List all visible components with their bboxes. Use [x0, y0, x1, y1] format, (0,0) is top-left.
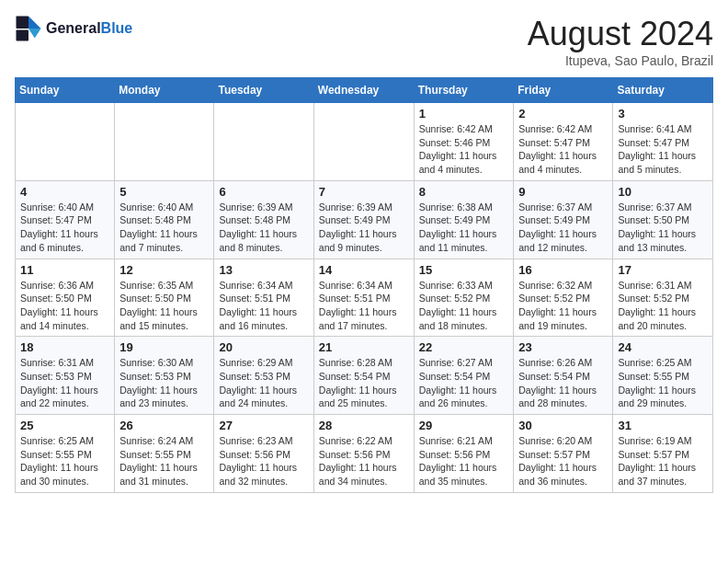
calendar-cell: 20Sunrise: 6:29 AMSunset: 5:53 PMDayligh… — [214, 337, 313, 415]
day-number: 18 — [20, 340, 109, 354]
calendar-week-row: 25Sunrise: 6:25 AMSunset: 5:55 PMDayligh… — [16, 415, 713, 493]
svg-rect-3 — [17, 30, 29, 41]
day-number: 10 — [618, 185, 708, 199]
day-header-thursday: Thursday — [414, 78, 514, 103]
logo-icon — [15, 15, 42, 42]
day-info: Sunrise: 6:42 AMSunset: 5:47 PMDaylight:… — [518, 122, 608, 177]
day-info: Sunrise: 6:24 AMSunset: 5:55 PMDaylight:… — [119, 434, 209, 488]
calendar-cell — [115, 103, 214, 181]
day-header-friday: Friday — [514, 78, 613, 103]
calendar-cell: 7Sunrise: 6:39 AMSunset: 5:49 PMDaylight… — [313, 180, 414, 259]
day-header-tuesday: Tuesday — [214, 78, 313, 103]
svg-marker-0 — [28, 17, 41, 29]
day-number: 31 — [618, 419, 708, 432]
day-info: Sunrise: 6:35 AMSunset: 5:50 PMDaylight:… — [119, 279, 209, 333]
day-number: 16 — [518, 263, 608, 277]
calendar-cell: 6Sunrise: 6:39 AMSunset: 5:48 PMDaylight… — [214, 180, 313, 259]
day-info: Sunrise: 6:26 AMSunset: 5:54 PMDaylight:… — [518, 356, 608, 410]
calendar-cell: 10Sunrise: 6:37 AMSunset: 5:50 PMDayligh… — [613, 180, 713, 259]
calendar-cell: 24Sunrise: 6:25 AMSunset: 5:55 PMDayligh… — [613, 337, 713, 415]
day-info: Sunrise: 6:38 AMSunset: 5:49 PMDaylight:… — [419, 201, 509, 255]
day-info: Sunrise: 6:42 AMSunset: 5:46 PMDaylight:… — [419, 122, 509, 177]
day-number: 11 — [20, 263, 109, 277]
calendar-table: SundayMondayTuesdayWednesdayThursdayFrid… — [15, 77, 713, 493]
calendar-cell: 8Sunrise: 6:38 AMSunset: 5:49 PMDaylight… — [414, 180, 514, 259]
day-header-saturday: Saturday — [613, 78, 713, 103]
day-number: 3 — [618, 107, 708, 121]
calendar-cell: 19Sunrise: 6:30 AMSunset: 5:53 PMDayligh… — [115, 337, 214, 415]
calendar-cell: 4Sunrise: 6:40 AMSunset: 5:47 PMDaylight… — [16, 180, 115, 259]
day-info: Sunrise: 6:19 AMSunset: 5:57 PMDaylight:… — [618, 434, 708, 488]
day-number: 1 — [419, 107, 509, 121]
day-number: 9 — [518, 185, 608, 199]
day-number: 15 — [419, 263, 509, 277]
svg-marker-1 — [28, 29, 41, 39]
day-info: Sunrise: 6:37 AMSunset: 5:49 PMDaylight:… — [518, 201, 608, 255]
day-number: 12 — [119, 263, 209, 277]
day-header-sunday: Sunday — [16, 78, 115, 103]
calendar-cell: 21Sunrise: 6:28 AMSunset: 5:54 PMDayligh… — [313, 337, 414, 415]
day-number: 26 — [119, 419, 209, 432]
calendar-cell: 31Sunrise: 6:19 AMSunset: 5:57 PMDayligh… — [613, 415, 713, 493]
calendar-cell: 11Sunrise: 6:36 AMSunset: 5:50 PMDayligh… — [16, 259, 115, 337]
day-info: Sunrise: 6:21 AMSunset: 5:56 PMDaylight:… — [419, 434, 509, 488]
day-number: 20 — [219, 340, 308, 354]
calendar-cell: 13Sunrise: 6:34 AMSunset: 5:51 PMDayligh… — [214, 259, 313, 337]
svg-rect-2 — [17, 17, 29, 29]
day-info: Sunrise: 6:36 AMSunset: 5:50 PMDaylight:… — [20, 279, 109, 333]
logo-text: GeneralBlue — [46, 20, 132, 37]
calendar-cell: 2Sunrise: 6:42 AMSunset: 5:47 PMDaylight… — [514, 103, 613, 181]
calendar-cell: 23Sunrise: 6:26 AMSunset: 5:54 PMDayligh… — [514, 337, 613, 415]
day-number: 2 — [518, 107, 608, 121]
day-number: 24 — [618, 340, 708, 354]
day-info: Sunrise: 6:40 AMSunset: 5:48 PMDaylight:… — [119, 201, 209, 255]
day-info: Sunrise: 6:31 AMSunset: 5:52 PMDaylight:… — [618, 279, 708, 333]
calendar-week-row: 1Sunrise: 6:42 AMSunset: 5:46 PMDaylight… — [16, 103, 713, 181]
day-number: 21 — [319, 340, 409, 354]
day-number: 8 — [419, 185, 509, 199]
calendar-cell: 17Sunrise: 6:31 AMSunset: 5:52 PMDayligh… — [613, 259, 713, 337]
calendar-cell: 27Sunrise: 6:23 AMSunset: 5:56 PMDayligh… — [214, 415, 313, 493]
day-number: 25 — [20, 419, 109, 432]
calendar-cell: 15Sunrise: 6:33 AMSunset: 5:52 PMDayligh… — [414, 259, 514, 337]
day-info: Sunrise: 6:33 AMSunset: 5:52 PMDaylight:… — [419, 279, 509, 333]
day-info: Sunrise: 6:23 AMSunset: 5:56 PMDaylight:… — [219, 434, 308, 488]
calendar-cell: 1Sunrise: 6:42 AMSunset: 5:46 PMDaylight… — [414, 103, 514, 181]
calendar-cell: 16Sunrise: 6:32 AMSunset: 5:52 PMDayligh… — [514, 259, 613, 337]
day-info: Sunrise: 6:27 AMSunset: 5:54 PMDaylight:… — [419, 356, 509, 410]
calendar-cell: 12Sunrise: 6:35 AMSunset: 5:50 PMDayligh… — [115, 259, 214, 337]
page-header: GeneralBlue August 2024 Itupeva, Sao Pau… — [15, 15, 713, 68]
day-number: 6 — [219, 185, 308, 199]
calendar-week-row: 4Sunrise: 6:40 AMSunset: 5:47 PMDaylight… — [16, 180, 713, 259]
day-info: Sunrise: 6:22 AMSunset: 5:56 PMDaylight:… — [319, 434, 409, 488]
day-info: Sunrise: 6:39 AMSunset: 5:48 PMDaylight:… — [219, 201, 308, 255]
calendar-cell: 30Sunrise: 6:20 AMSunset: 5:57 PMDayligh… — [514, 415, 613, 493]
calendar-header-row: SundayMondayTuesdayWednesdayThursdayFrid… — [16, 78, 713, 103]
calendar-cell — [214, 103, 313, 181]
day-info: Sunrise: 6:25 AMSunset: 5:55 PMDaylight:… — [20, 434, 109, 488]
calendar-cell: 5Sunrise: 6:40 AMSunset: 5:48 PMDaylight… — [115, 180, 214, 259]
day-info: Sunrise: 6:34 AMSunset: 5:51 PMDaylight:… — [319, 279, 409, 333]
title-block: August 2024 Itupeva, Sao Paulo, Brazil — [528, 15, 713, 68]
day-number: 27 — [219, 419, 308, 432]
calendar-cell: 29Sunrise: 6:21 AMSunset: 5:56 PMDayligh… — [414, 415, 514, 493]
month-year-title: August 2024 — [528, 15, 713, 53]
day-info: Sunrise: 6:32 AMSunset: 5:52 PMDaylight:… — [518, 279, 608, 333]
location-subtitle: Itupeva, Sao Paulo, Brazil — [528, 53, 713, 68]
day-number: 22 — [419, 340, 509, 354]
calendar-cell: 26Sunrise: 6:24 AMSunset: 5:55 PMDayligh… — [115, 415, 214, 493]
calendar-cell: 28Sunrise: 6:22 AMSunset: 5:56 PMDayligh… — [313, 415, 414, 493]
day-number: 30 — [518, 419, 608, 432]
day-info: Sunrise: 6:25 AMSunset: 5:55 PMDaylight:… — [618, 356, 708, 410]
day-number: 7 — [319, 185, 409, 199]
calendar-cell: 22Sunrise: 6:27 AMSunset: 5:54 PMDayligh… — [414, 337, 514, 415]
calendar-cell — [16, 103, 115, 181]
day-info: Sunrise: 6:20 AMSunset: 5:57 PMDaylight:… — [518, 434, 608, 488]
day-number: 28 — [319, 419, 409, 432]
calendar-cell — [313, 103, 414, 181]
day-number: 29 — [419, 419, 509, 432]
day-info: Sunrise: 6:40 AMSunset: 5:47 PMDaylight:… — [20, 201, 109, 255]
calendar-cell: 3Sunrise: 6:41 AMSunset: 5:47 PMDaylight… — [613, 103, 713, 181]
day-number: 23 — [518, 340, 608, 354]
day-header-wednesday: Wednesday — [313, 78, 414, 103]
